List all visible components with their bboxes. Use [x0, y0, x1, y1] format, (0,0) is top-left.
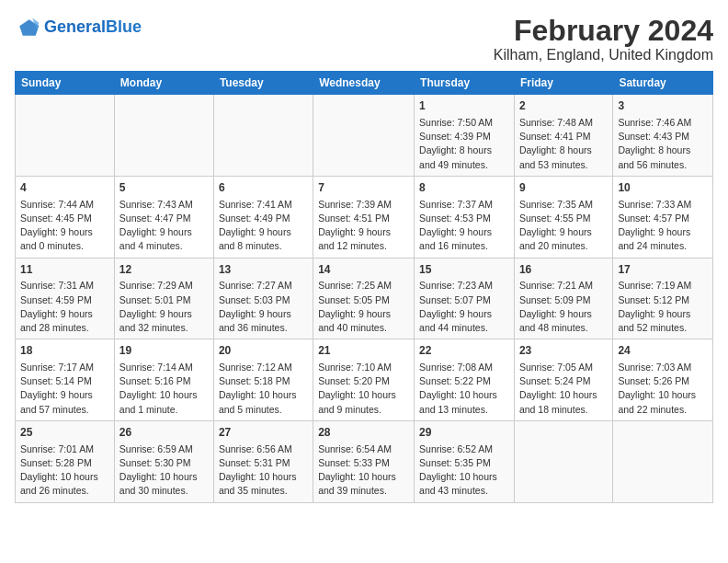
- calendar-cell: 16Sunrise: 7:21 AM Sunset: 5:09 PM Dayli…: [514, 258, 612, 339]
- day-number: 17: [618, 262, 708, 278]
- day-number: 12: [119, 262, 209, 278]
- day-info: Sunrise: 7:25 AM Sunset: 5:05 PM Dayligh…: [318, 279, 409, 335]
- day-info: Sunrise: 7:14 AM Sunset: 5:16 PM Dayligh…: [119, 361, 209, 417]
- day-info: Sunrise: 7:10 AM Sunset: 5:20 PM Dayligh…: [318, 361, 409, 417]
- calendar-week-row: 1Sunrise: 7:50 AM Sunset: 4:39 PM Daylig…: [16, 95, 713, 177]
- calendar-cell: 13Sunrise: 7:27 AM Sunset: 5:03 PM Dayli…: [213, 258, 313, 339]
- logo-icon: [15, 15, 40, 40]
- day-number: 19: [119, 343, 209, 359]
- weekday-header: Saturday: [613, 72, 713, 95]
- calendar-cell: 21Sunrise: 7:10 AM Sunset: 5:20 PM Dayli…: [313, 339, 415, 421]
- day-number: 2: [519, 98, 608, 114]
- day-number: 25: [20, 425, 109, 441]
- calendar-cell: 2Sunrise: 7:48 AM Sunset: 4:41 PM Daylig…: [514, 95, 612, 177]
- day-info: Sunrise: 7:46 AM Sunset: 4:43 PM Dayligh…: [618, 116, 708, 172]
- day-info: Sunrise: 6:59 AM Sunset: 5:30 PM Dayligh…: [119, 442, 209, 499]
- day-info: Sunrise: 7:01 AM Sunset: 5:28 PM Dayligh…: [20, 442, 109, 499]
- calendar-cell: 22Sunrise: 7:08 AM Sunset: 5:22 PM Dayli…: [415, 339, 515, 421]
- calendar-cell: 20Sunrise: 7:12 AM Sunset: 5:18 PM Dayli…: [213, 339, 313, 421]
- calendar-title: February 2024: [494, 15, 713, 47]
- calendar-cell: [16, 95, 115, 177]
- day-info: Sunrise: 7:48 AM Sunset: 4:41 PM Dayligh…: [519, 116, 608, 172]
- calendar-cell: [114, 95, 213, 177]
- day-number: 23: [519, 343, 608, 359]
- calendar-cell: 14Sunrise: 7:25 AM Sunset: 5:05 PM Dayli…: [313, 258, 415, 339]
- calendar-cell: [213, 95, 313, 177]
- calendar-cell: 11Sunrise: 7:31 AM Sunset: 4:59 PM Dayli…: [16, 258, 115, 339]
- day-info: Sunrise: 7:17 AM Sunset: 5:14 PM Dayligh…: [20, 361, 109, 417]
- day-info: Sunrise: 7:37 AM Sunset: 4:53 PM Dayligh…: [419, 198, 509, 254]
- day-number: 22: [419, 343, 509, 359]
- logo: GeneralBlue: [15, 15, 142, 40]
- day-number: 29: [419, 425, 509, 441]
- calendar-cell: 23Sunrise: 7:05 AM Sunset: 5:24 PM Dayli…: [514, 339, 612, 421]
- calendar-cell: 18Sunrise: 7:17 AM Sunset: 5:14 PM Dayli…: [16, 339, 115, 421]
- calendar-cell: 10Sunrise: 7:33 AM Sunset: 4:57 PM Dayli…: [613, 176, 713, 258]
- weekday-header: Monday: [114, 72, 213, 95]
- calendar-subtitle: Kilham, England, United Kingdom: [494, 47, 713, 63]
- day-number: 4: [20, 180, 109, 196]
- day-number: 24: [618, 343, 708, 359]
- calendar-cell: 28Sunrise: 6:54 AM Sunset: 5:33 PM Dayli…: [313, 420, 415, 502]
- calendar-table: SundayMondayTuesdayWednesdayThursdayFrid…: [15, 71, 713, 502]
- calendar-cell: 8Sunrise: 7:37 AM Sunset: 4:53 PM Daylig…: [415, 176, 515, 258]
- day-info: Sunrise: 7:12 AM Sunset: 5:18 PM Dayligh…: [219, 361, 308, 417]
- calendar-week-row: 4Sunrise: 7:44 AM Sunset: 4:45 PM Daylig…: [16, 176, 713, 258]
- calendar-cell: [313, 95, 415, 177]
- day-info: Sunrise: 7:35 AM Sunset: 4:55 PM Dayligh…: [519, 198, 608, 254]
- day-info: Sunrise: 7:44 AM Sunset: 4:45 PM Dayligh…: [20, 198, 109, 254]
- calendar-cell: 27Sunrise: 6:56 AM Sunset: 5:31 PM Dayli…: [213, 420, 313, 502]
- day-info: Sunrise: 7:19 AM Sunset: 5:12 PM Dayligh…: [618, 279, 708, 335]
- calendar-cell: 7Sunrise: 7:39 AM Sunset: 4:51 PM Daylig…: [313, 176, 415, 258]
- calendar-cell: 24Sunrise: 7:03 AM Sunset: 5:26 PM Dayli…: [613, 339, 713, 421]
- day-number: 7: [318, 180, 409, 196]
- day-info: Sunrise: 7:21 AM Sunset: 5:09 PM Dayligh…: [519, 279, 608, 335]
- day-info: Sunrise: 7:50 AM Sunset: 4:39 PM Dayligh…: [419, 116, 509, 172]
- day-number: 16: [519, 262, 608, 278]
- weekday-header: Friday: [514, 72, 612, 95]
- day-number: 11: [20, 262, 109, 278]
- day-info: Sunrise: 7:23 AM Sunset: 5:07 PM Dayligh…: [419, 279, 509, 335]
- day-number: 1: [419, 98, 509, 114]
- day-number: 27: [219, 425, 308, 441]
- day-info: Sunrise: 7:39 AM Sunset: 4:51 PM Dayligh…: [318, 198, 409, 254]
- day-info: Sunrise: 7:33 AM Sunset: 4:57 PM Dayligh…: [618, 198, 708, 254]
- day-info: Sunrise: 7:05 AM Sunset: 5:24 PM Dayligh…: [519, 361, 608, 417]
- calendar-week-row: 18Sunrise: 7:17 AM Sunset: 5:14 PM Dayli…: [16, 339, 713, 421]
- calendar-cell: 6Sunrise: 7:41 AM Sunset: 4:49 PM Daylig…: [213, 176, 313, 258]
- day-number: 10: [618, 180, 708, 196]
- calendar-cell: 15Sunrise: 7:23 AM Sunset: 5:07 PM Dayli…: [415, 258, 515, 339]
- logo-text: GeneralBlue: [44, 18, 142, 37]
- calendar-cell: 29Sunrise: 6:52 AM Sunset: 5:35 PM Dayli…: [415, 420, 515, 502]
- day-number: 14: [318, 262, 409, 278]
- day-info: Sunrise: 6:56 AM Sunset: 5:31 PM Dayligh…: [219, 442, 308, 499]
- calendar-cell: 26Sunrise: 6:59 AM Sunset: 5:30 PM Dayli…: [114, 420, 213, 502]
- calendar-week-row: 25Sunrise: 7:01 AM Sunset: 5:28 PM Dayli…: [16, 420, 713, 502]
- day-info: Sunrise: 7:27 AM Sunset: 5:03 PM Dayligh…: [219, 279, 308, 335]
- day-info: Sunrise: 6:52 AM Sunset: 5:35 PM Dayligh…: [419, 442, 509, 499]
- calendar-cell: 5Sunrise: 7:43 AM Sunset: 4:47 PM Daylig…: [114, 176, 213, 258]
- day-info: Sunrise: 7:31 AM Sunset: 4:59 PM Dayligh…: [20, 279, 109, 335]
- day-number: 6: [219, 180, 308, 196]
- calendar-cell: [514, 420, 612, 502]
- calendar-week-row: 11Sunrise: 7:31 AM Sunset: 4:59 PM Dayli…: [16, 258, 713, 339]
- calendar-cell: 12Sunrise: 7:29 AM Sunset: 5:01 PM Dayli…: [114, 258, 213, 339]
- day-number: 26: [119, 425, 209, 441]
- weekday-header: Tuesday: [213, 72, 313, 95]
- day-info: Sunrise: 7:29 AM Sunset: 5:01 PM Dayligh…: [119, 279, 209, 335]
- weekday-header-row: SundayMondayTuesdayWednesdayThursdayFrid…: [16, 72, 713, 95]
- calendar-cell: 19Sunrise: 7:14 AM Sunset: 5:16 PM Dayli…: [114, 339, 213, 421]
- calendar-cell: 1Sunrise: 7:50 AM Sunset: 4:39 PM Daylig…: [415, 95, 515, 177]
- day-number: 28: [318, 425, 409, 441]
- calendar-cell: 3Sunrise: 7:46 AM Sunset: 4:43 PM Daylig…: [613, 95, 713, 177]
- day-number: 8: [419, 180, 509, 196]
- weekday-header: Sunday: [16, 72, 115, 95]
- day-number: 13: [219, 262, 308, 278]
- calendar-cell: 4Sunrise: 7:44 AM Sunset: 4:45 PM Daylig…: [16, 176, 115, 258]
- weekday-header: Wednesday: [313, 72, 415, 95]
- day-number: 5: [119, 180, 209, 196]
- day-info: Sunrise: 7:03 AM Sunset: 5:26 PM Dayligh…: [618, 361, 708, 417]
- calendar-cell: [613, 420, 713, 502]
- calendar-cell: 25Sunrise: 7:01 AM Sunset: 5:28 PM Dayli…: [16, 420, 115, 502]
- day-info: Sunrise: 6:54 AM Sunset: 5:33 PM Dayligh…: [318, 442, 409, 499]
